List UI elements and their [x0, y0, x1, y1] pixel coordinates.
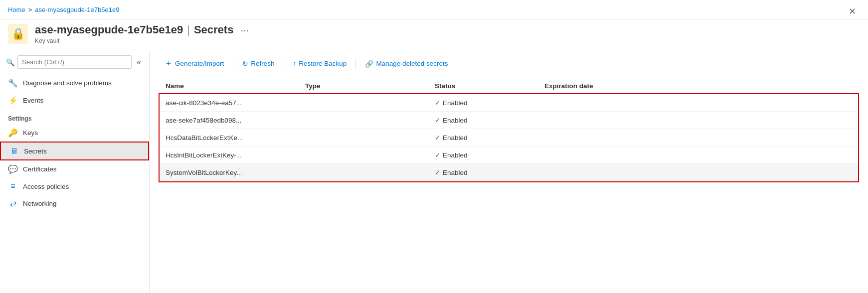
row-expiration [538, 146, 858, 164]
networking-icon: ⇄ [8, 199, 18, 208]
plus-icon: ＋ [165, 58, 173, 69]
table-row[interactable]: SystemVolBitLockerKey... ✓Enabled [160, 164, 858, 181]
col-expiration: Expiration date [538, 77, 858, 94]
certificates-icon: 💬 [8, 164, 18, 174]
events-icon: ⚡ [8, 96, 18, 105]
sidebar-item-label: Keys [23, 129, 38, 137]
row-type [299, 146, 429, 164]
row-name: HcsDataBitLockerExtKe... [160, 129, 299, 146]
sidebar-search-area: 🔍 « [0, 50, 149, 74]
page-header: 🔒 ase-myasegpude-1e7b5e1e9 | Secrets ···… [0, 19, 868, 50]
breadcrumb-current[interactable]: ase-myasegpude-1e7b5e1e9 [35, 6, 119, 13]
refresh-icon: ↻ [242, 60, 248, 68]
col-status: Status [429, 77, 538, 94]
search-input[interactable] [17, 55, 132, 69]
breadcrumb: Home > ase-myasegpude-1e7b5e1e9 [8, 6, 119, 17]
table-row[interactable]: HcsIntBitLockerExtKey-... ✓Enabled [160, 146, 858, 164]
top-bar: Home > ase-myasegpude-1e7b5e1e9 ✕ [0, 0, 868, 19]
main-layout: 🔍 « 🔧 Diagnose and solve problems ⚡ Even… [0, 50, 868, 293]
col-type: Type [299, 77, 429, 94]
row-expiration [538, 94, 858, 112]
sidebar-item-certificates[interactable]: 💬 Certificates [0, 160, 149, 178]
refresh-button[interactable]: ↻ Refresh [237, 57, 279, 71]
toolbar: ＋ Generate/Import ↻ Refresh ↑ Restore Ba… [150, 50, 868, 77]
breadcrumb-sep1: > [28, 6, 32, 13]
row-type [299, 129, 429, 146]
breadcrumb-home[interactable]: Home [8, 6, 25, 13]
more-icon[interactable]: ··· [240, 24, 249, 36]
sidebar: 🔍 « 🔧 Diagnose and solve problems ⚡ Even… [0, 50, 150, 293]
title-separator: | [187, 23, 190, 36]
sidebar-item-access-policies[interactable]: ≡ Access policies [0, 178, 149, 195]
table-area: Name Type Status Expiration date ase-cik… [150, 77, 868, 293]
sidebar-item-label: Diagnose and solve problems [23, 79, 112, 87]
row-expiration [538, 112, 858, 129]
row-expiration [538, 129, 858, 146]
secrets-table: Name Type Status Expiration date ase-cik… [160, 77, 858, 181]
row-type [299, 112, 429, 129]
close-button[interactable]: ✕ [845, 4, 860, 19]
collapse-button[interactable]: « [135, 56, 143, 69]
diagnose-icon: 🔧 [8, 78, 18, 88]
restore-backup-label: Restore Backup [299, 60, 347, 67]
toolbar-sep2 [284, 59, 284, 69]
generate-import-button[interactable]: ＋ Generate/Import [160, 55, 229, 72]
check-icon: ✓ [435, 151, 441, 159]
row-type [299, 94, 429, 112]
row-status: ✓Enabled [429, 112, 538, 129]
check-icon: ✓ [435, 99, 441, 107]
row-name: SystemVolBitLockerKey... [160, 164, 299, 181]
content-area: ＋ Generate/Import ↻ Refresh ↑ Restore Ba… [150, 50, 868, 293]
keys-icon: 🔑 [8, 128, 18, 138]
access-policies-icon: ≡ [8, 182, 18, 191]
sidebar-item-label: Access policies [23, 183, 69, 190]
sidebar-item-label: Events [23, 97, 43, 104]
search-icon: 🔍 [6, 58, 14, 66]
table-row[interactable]: ase-seke7af458edb098... ✓Enabled [160, 112, 858, 129]
col-name: Name [160, 77, 299, 94]
table-row[interactable]: ase-cik-8023e34e-ea57... ✓Enabled [160, 94, 858, 112]
row-status: ✓Enabled [429, 146, 538, 164]
secrets-icon: 🖥 [9, 146, 19, 155]
table-row[interactable]: HcsDataBitLockerExtKe... ✓Enabled [160, 129, 858, 146]
row-name: HcsIntBitLockerExtKey-... [160, 146, 299, 164]
manage-deleted-button[interactable]: 🔗 Manage deleted secrets [360, 57, 453, 71]
refresh-label: Refresh [251, 60, 274, 67]
sidebar-scroll: 🔧 Diagnose and solve problems ⚡ Events S… [0, 74, 149, 293]
restore-icon: ↑ [293, 60, 297, 67]
toolbar-sep3 [355, 59, 356, 69]
header-text: ase-myasegpude-1e7b5e1e9 | Secrets ··· K… [35, 23, 249, 44]
page-section: Secrets [194, 23, 234, 36]
sidebar-item-events[interactable]: ⚡ Events [0, 92, 149, 109]
sidebar-item-label: Networking [23, 200, 57, 207]
manage-icon: 🔗 [365, 60, 373, 68]
check-icon: ✓ [435, 117, 441, 124]
check-icon: ✓ [435, 169, 441, 176]
row-status: ✓Enabled [429, 129, 538, 146]
check-icon: ✓ [435, 134, 441, 142]
settings-label: Settings [0, 109, 149, 124]
row-status: ✓Enabled [429, 94, 538, 112]
toolbar-sep1 [233, 59, 233, 69]
page-title: ase-myasegpude-1e7b5e1e9 [35, 23, 183, 36]
row-expiration [538, 164, 858, 181]
row-status: ✓Enabled [429, 164, 538, 181]
restore-backup-button[interactable]: ↑ Restore Backup [288, 57, 352, 70]
sidebar-item-label: Secrets [24, 147, 47, 155]
manage-deleted-label: Manage deleted secrets [376, 60, 448, 67]
generate-import-label: Generate/Import [175, 60, 224, 67]
row-name: ase-seke7af458edb098... [160, 112, 299, 129]
sidebar-item-keys[interactable]: 🔑 Keys [0, 124, 149, 142]
row-type [299, 164, 429, 181]
header-subtitle: Key vault [35, 37, 249, 44]
header-icon: 🔒 [8, 24, 28, 44]
sidebar-item-diagnose[interactable]: 🔧 Diagnose and solve problems [0, 74, 149, 92]
sidebar-item-secrets[interactable]: 🖥 Secrets [0, 142, 149, 160]
sidebar-item-label: Certificates [23, 165, 57, 173]
sidebar-item-networking[interactable]: ⇄ Networking [0, 195, 149, 212]
row-name: ase-cik-8023e34e-ea57... [160, 94, 299, 112]
